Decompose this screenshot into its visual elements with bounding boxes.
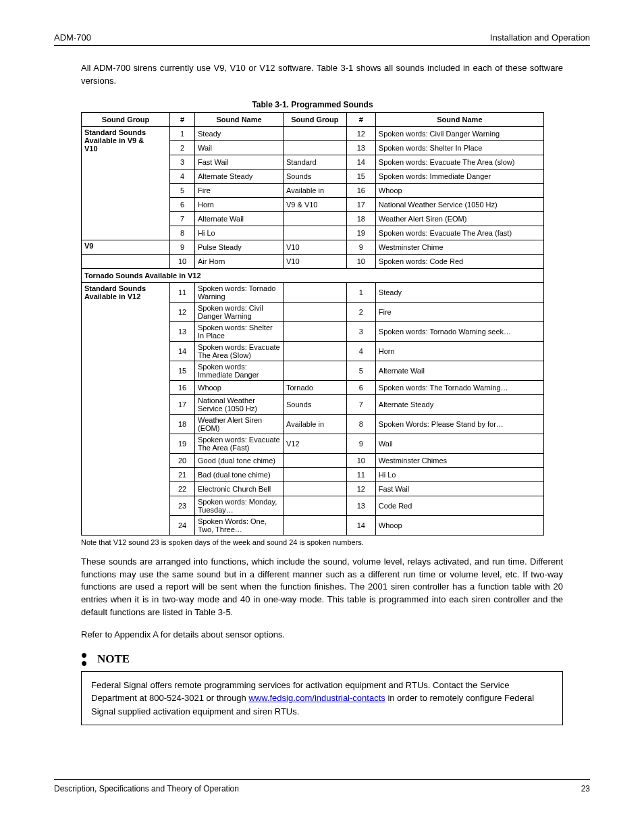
table-cell: V10 (284, 254, 347, 268)
table-cell: Alternate Wail (375, 361, 543, 380)
table-cell: Alternate Steady (375, 394, 543, 414)
table-cell: 23 (170, 496, 195, 515)
table-cell: 7 (170, 211, 195, 226)
table-cell: Tornado (284, 380, 347, 394)
table-cell: 8 (170, 226, 195, 240)
table-cell: 1 (170, 126, 195, 140)
table-cell: 15 (170, 361, 195, 380)
table-cell: 16 (346, 183, 375, 197)
table-cell: 13 (346, 140, 375, 155)
col-head: # (170, 112, 195, 126)
table-cell: National Weather Service (1050 Hz) (195, 394, 284, 414)
table-cell: Weather Alert Siren (EOM) (195, 414, 284, 434)
table-cell: 21 (170, 467, 195, 481)
footer-right: 23 (581, 784, 590, 793)
table-cell: Spoken Words: One, Two, Three… (195, 515, 284, 535)
sounds-table: Table 3-1. Programmed Sounds Sound Group… (81, 100, 544, 536)
header-rule (54, 45, 590, 46)
table-cell: 20 (170, 453, 195, 467)
table-cell: 9 (346, 240, 375, 254)
table-cell: Spoken words: Monday, Tuesday… (195, 496, 284, 515)
table-cell: Code Red (375, 496, 543, 515)
table-cell: Weather Alert Siren (EOM) (375, 211, 543, 226)
table-cell: 16 (170, 380, 195, 394)
table-cell: Spoken words: Shelter In Place (195, 321, 284, 341)
table-cell: Spoken words: Evacuate The Area (slow) (375, 155, 543, 169)
table-cell: Spoken words: Tornado Warning seek… (375, 321, 543, 341)
table-cell: Spoken words: Evacuate The Area (Slow) (195, 341, 284, 361)
table-cell (284, 496, 347, 515)
table-cell: Standard SoundsAvailable in V9 &V10 (82, 126, 170, 240)
table-caption: Table 3-1. Programmed Sounds (81, 100, 544, 112)
table-cell: Westminster Chimes (375, 453, 543, 467)
table-cell: Whoop (375, 183, 543, 197)
table-cell: Tornado Sounds Available in V12 (82, 268, 544, 282)
table-cell: Pulse Steady (195, 240, 284, 254)
table-cell: 14 (346, 155, 375, 169)
table-cell: 14 (346, 515, 375, 535)
table-cell: Sounds (284, 169, 347, 183)
table-cell (284, 226, 347, 240)
table-cell: Spoken words: Immediate Danger (195, 361, 284, 380)
table-cell: V10 (284, 240, 347, 254)
table-cell: Hi Lo (375, 467, 543, 481)
table-cell: Fast Wail (195, 155, 284, 169)
body-para: Refer to Appendix A for details about se… (81, 629, 563, 642)
col-head: Sound Group (284, 112, 347, 126)
table-cell: Air Horn (195, 254, 284, 268)
table-cell: Sounds (284, 394, 347, 414)
table-cell: Spoken words: Evacuate The Area (Fast) (195, 434, 284, 453)
table-cell: Spoken words: Code Red (375, 254, 543, 268)
footer: Description, Specifications and Theory o… (54, 779, 590, 793)
table-cell (284, 481, 347, 496)
table-cell: 12 (346, 481, 375, 496)
table-cell: Fire (195, 183, 284, 197)
table-cell: Fast Wail (375, 481, 543, 496)
table-cell: Spoken words: The Tornado Warning… (375, 380, 543, 394)
note-link[interactable]: www.fedsig.com/industrial-contacts (248, 693, 385, 703)
header-left: ADM-700 (54, 32, 91, 43)
table-cell: Horn (195, 197, 284, 211)
table-cell: 9 (346, 434, 375, 453)
table-cell: 7 (346, 394, 375, 414)
table-cell: V9 (82, 240, 170, 254)
table-cell: 13 (170, 321, 195, 341)
table-cell: 10 (346, 254, 375, 268)
table-cell: Alternate Steady (195, 169, 284, 183)
table-cell: Alternate Wail (195, 211, 284, 226)
table-cell: 19 (170, 434, 195, 453)
table-cell: Wail (195, 140, 284, 155)
col-head: # (346, 112, 375, 126)
table-cell: Spoken Words: Please Stand by for… (375, 414, 543, 434)
table-cell: Bad (dual tone chime) (195, 467, 284, 481)
table-cell: 15 (346, 169, 375, 183)
footer-left: Description, Specifications and Theory o… (54, 784, 239, 793)
intro-text: All ADM-700 sirens currently use V9, V10… (81, 62, 563, 88)
table-footnote: Note that V12 sound 23 is spoken days of… (81, 538, 563, 546)
note-box: Federal Signal offers remote programming… (81, 671, 563, 726)
table-cell: 11 (346, 467, 375, 481)
table-cell: Standard SoundsAvailable in V12 (82, 282, 170, 535)
table-cell: 4 (346, 341, 375, 361)
table-cell: V12 (284, 434, 347, 453)
table-cell: Steady (375, 282, 543, 302)
table-cell: 11 (170, 282, 195, 302)
body-para: These sounds are arranged into functions… (81, 556, 563, 619)
note-title: NOTE (97, 652, 130, 666)
table-cell: Whoop (375, 515, 543, 535)
table-cell: 18 (346, 211, 375, 226)
table-cell: 13 (346, 496, 375, 515)
table-cell: Fire (375, 302, 543, 321)
table-cell: Available in (284, 414, 347, 434)
table-cell: Spoken words: Tornado Warning (195, 282, 284, 302)
table-cell (284, 453, 347, 467)
col-head: Sound Name (375, 112, 543, 126)
table-cell: 18 (170, 414, 195, 434)
table-cell: Spoken words: Evacuate The Area (fast) (375, 226, 543, 240)
table-cell: Whoop (195, 380, 284, 394)
table-cell: Westminster Chime (375, 240, 543, 254)
table-cell: Spoken words: Immediate Danger (375, 169, 543, 183)
col-head: Sound Group (82, 112, 170, 126)
table-cell: 1 (346, 282, 375, 302)
table-cell: V9 & V10 (284, 197, 347, 211)
